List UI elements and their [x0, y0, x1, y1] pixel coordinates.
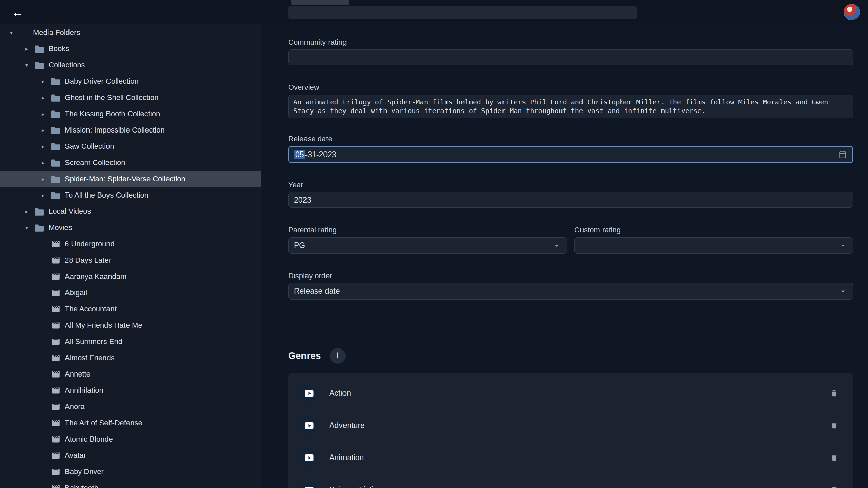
tree-item-label: Baby Driver Collection [65, 77, 139, 86]
display-order-select[interactable]: Release date [288, 283, 853, 300]
tree-item[interactable]: Avatar [0, 447, 261, 464]
tree-item-label: Local Videos [48, 207, 91, 216]
genre-row: Science Fiction [288, 474, 853, 488]
item-type-icon [49, 353, 62, 363]
tree-item[interactable]: ▸ To All the Boys Collection [0, 187, 261, 203]
tree-item[interactable]: Almost Friends [0, 350, 261, 366]
item-type-icon [49, 110, 62, 118]
expand-caret-icon[interactable]: ▸ [37, 111, 49, 117]
tree-item[interactable]: ▸ Ghost in the Shell Collection [0, 89, 261, 106]
tree-item[interactable]: ▸ Local Videos [0, 203, 261, 220]
parental-rating-select[interactable]: PG [288, 237, 567, 254]
custom-rating-label: Custom rating [574, 226, 853, 235]
back-button[interactable]: ← [10, 5, 25, 20]
community-rating-field: Community rating [288, 38, 853, 65]
tree-item-label: All My Friends Hate Me [65, 321, 142, 330]
expand-caret-icon[interactable]: ▸ [37, 143, 49, 150]
tree-item[interactable]: ▸ Scream Collection [0, 155, 261, 171]
tree-item[interactable]: Baby Driver [0, 464, 261, 480]
tree-item-label: 6 Underground [65, 240, 115, 248]
tree-item[interactable]: 28 Days Later [0, 252, 261, 268]
overview-field: Overview An animated trilogy of Spider-M… [288, 83, 853, 118]
item-type-icon [49, 240, 62, 249]
item-type-icon [49, 435, 62, 444]
tree-item-label: The Art of Self-Defense [65, 419, 142, 427]
tree-item[interactable]: Annette [0, 366, 261, 382]
expand-caret-icon[interactable]: ▸ [21, 46, 33, 52]
tree-item[interactable]: Anora [0, 399, 261, 415]
delete-genre-button[interactable] [829, 485, 840, 488]
tree-item[interactable]: ▸ The Kissing Booth Collection [0, 106, 261, 122]
expand-caret-icon[interactable]: ▾ [5, 29, 17, 36]
tree-item[interactable]: Atomic Blonde [0, 431, 261, 447]
overview-label: Overview [288, 83, 853, 92]
tree-item[interactable]: All My Friends Hate Me [0, 317, 261, 333]
tree-item[interactable]: Abigail [0, 285, 261, 301]
tree-item[interactable]: All Summers End [0, 333, 261, 350]
expand-caret-icon[interactable]: ▸ [21, 208, 33, 215]
tree-item[interactable]: Annihilation [0, 382, 261, 399]
genre-row: Action [288, 377, 853, 409]
tree-item[interactable]: ▸ Saw Collection [0, 138, 261, 155]
community-rating-label: Community rating [288, 38, 853, 47]
delete-genre-button[interactable] [829, 388, 840, 399]
tree-item-label: Anora [65, 402, 85, 411]
tree-item-label: Scream Collection [65, 158, 125, 167]
item-type-icon [49, 191, 62, 200]
expand-caret-icon[interactable]: ▸ [37, 176, 49, 182]
tree-item[interactable]: ▾ Media Folders [0, 24, 261, 41]
item-type-icon [33, 224, 46, 232]
display-order-label: Display order [288, 271, 853, 280]
expand-caret-icon[interactable]: ▸ [37, 160, 49, 166]
tree-item[interactable]: ▸ Baby Driver Collection [0, 73, 261, 89]
tree-item[interactable]: Aaranya Kaandam [0, 268, 261, 285]
expand-caret-icon[interactable]: ▸ [37, 78, 49, 85]
item-type-icon [49, 142, 62, 151]
tree-item-label: Baby Driver [65, 467, 104, 476]
tree-item[interactable]: ▾ Collections [0, 57, 261, 73]
release-date-value: 05-31-2023 [294, 150, 336, 159]
year-label: Year [288, 181, 853, 189]
item-type-icon [49, 94, 62, 102]
tree-item-label: All Summers End [65, 337, 122, 346]
tree-item[interactable]: 6 Underground [0, 236, 261, 252]
genre-row: Adventure [288, 409, 853, 442]
tree-item[interactable]: ▸ Books [0, 41, 261, 57]
user-avatar[interactable] [844, 4, 860, 20]
tree-item[interactable]: The Art of Self-Defense [0, 415, 261, 431]
add-genre-button[interactable]: + [330, 348, 346, 364]
expand-caret-icon[interactable]: ▸ [37, 192, 49, 199]
release-date-input[interactable]: 05-31-2023 [288, 146, 853, 163]
custom-rating-select[interactable] [574, 237, 853, 254]
chevron-down-icon [839, 287, 847, 296]
expand-caret-icon[interactable]: ▸ [37, 95, 49, 101]
item-type-icon [49, 386, 62, 395]
item-type-icon [49, 402, 62, 411]
delete-genre-button[interactable] [829, 452, 840, 463]
tree-item[interactable]: Babyteeth [0, 480, 261, 488]
expand-caret-icon[interactable]: ▾ [21, 62, 33, 68]
tree-item-label: Atomic Blonde [65, 435, 113, 444]
genres-heading: Genres [288, 350, 321, 361]
tree-item-label: Babyteeth [65, 484, 98, 488]
tree-item[interactable]: ▾ Movies [0, 220, 261, 236]
community-rating-input[interactable] [288, 49, 853, 65]
item-type-icon [49, 256, 62, 265]
calendar-icon[interactable] [838, 150, 847, 159]
genre-label: Adventure [329, 421, 365, 430]
genre-movie-icon [300, 416, 318, 435]
overview-textarea[interactable]: An animated trilogy of Spider-Man films … [288, 95, 853, 118]
item-type-icon [49, 321, 62, 330]
delete-genre-button[interactable] [829, 420, 840, 431]
tree-item-label: Annihilation [65, 386, 103, 395]
tree-item[interactable]: ▸ Mission: Impossible Collection [0, 122, 261, 138]
tree-item[interactable]: ▸ Spider-Man: Spider-Verse Collection [0, 171, 261, 187]
genre-movie-icon [300, 481, 318, 488]
tree-item-label: Spider-Man: Spider-Verse Collection [65, 175, 185, 183]
genre-label: Action [329, 389, 351, 398]
year-input[interactable]: 2023 [288, 192, 853, 208]
item-type-icon [49, 467, 62, 476]
expand-caret-icon[interactable]: ▸ [37, 127, 49, 134]
tree-item[interactable]: The Accountant [0, 301, 261, 317]
expand-caret-icon[interactable]: ▾ [21, 225, 33, 231]
